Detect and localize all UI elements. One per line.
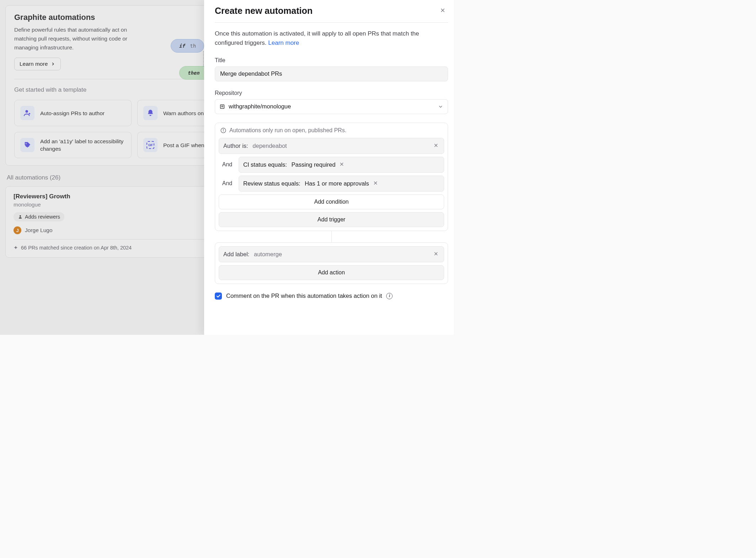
and-operator: And — [219, 176, 236, 192]
condition-ci-status[interactable]: CI status equals: Passing required — [239, 157, 444, 173]
chevron-right-icon — [50, 61, 55, 66]
gif-icon: GIF — [143, 138, 158, 152]
close-icon — [440, 7, 446, 14]
template-auto-assign[interactable]: Auto-assign PRs to author — [14, 100, 132, 126]
vertical-connector — [331, 231, 332, 242]
hero-learn-more-button[interactable]: Learn more — [14, 58, 61, 70]
info-icon[interactable]: i — [386, 293, 393, 299]
remove-condition-button[interactable] — [432, 142, 440, 150]
condition-review-status[interactable]: Review status equals: Has 1 or more appr… — [239, 176, 444, 192]
add-trigger-button[interactable]: Add trigger — [219, 212, 444, 227]
hero-subtitle: Define powerful rules that automatically… — [14, 26, 135, 52]
user-assign-icon — [20, 106, 34, 120]
and-operator: And — [219, 157, 236, 173]
checkbox-label: Comment on the PR when this automation t… — [226, 293, 382, 299]
condition-prefix: Review status equals: — [243, 180, 300, 187]
condition-value: Passing required — [292, 161, 336, 168]
repository-select[interactable]: withgraphite/monologue — [215, 99, 448, 114]
close-icon — [339, 161, 345, 167]
hero-learn-more-label: Learn more — [20, 61, 48, 67]
condition-prefix: Author is: — [223, 143, 248, 149]
avatar: J — [14, 226, 21, 234]
repo-icon — [219, 104, 225, 109]
condition-author[interactable]: Author is: dependeabot — [219, 138, 444, 154]
close-icon — [373, 180, 378, 186]
svg-point-9 — [223, 129, 223, 129]
triggers-box: Automations only run on open, published … — [215, 123, 448, 231]
info-icon — [220, 127, 227, 134]
repository-value: withgraphite/monologue — [229, 103, 291, 110]
learn-more-link[interactable]: Learn more — [268, 39, 299, 46]
condition-prefix: CI status equals: — [243, 161, 287, 168]
action-add-label[interactable]: Add label: automerge — [219, 246, 444, 262]
chevron-down-icon — [438, 104, 443, 109]
template-label: Auto-assign PRs to author — [40, 109, 105, 117]
connector-line — [203, 51, 204, 66]
check-icon — [216, 294, 221, 299]
add-condition-button[interactable]: Add condition — [219, 194, 444, 209]
close-icon — [433, 251, 439, 257]
remove-action-button[interactable] — [432, 250, 440, 258]
add-action-button[interactable]: Add action — [219, 265, 444, 280]
remove-condition-button[interactable] — [372, 179, 379, 188]
title-field-label: Title — [215, 57, 448, 64]
actions-box: Add label: automerge Add action — [215, 242, 448, 284]
action-value: automerge — [254, 251, 282, 258]
svg-point-2 — [26, 143, 27, 144]
action-prefix: Add label: — [223, 251, 249, 258]
svg-point-3 — [20, 215, 21, 217]
sparkle-icon: ✦ — [14, 245, 18, 251]
svg-point-0 — [26, 110, 28, 113]
create-automation-drawer: Create new automation Once this automati… — [204, 0, 454, 335]
if-pill-decoration: if th — [171, 39, 204, 53]
template-label: Add an 'a11y' label to accessibility cha… — [40, 138, 126, 153]
template-add-a11y-label[interactable]: Add an 'a11y' label to accessibility cha… — [14, 132, 132, 158]
condition-value: Has 1 or more approvals — [305, 180, 369, 187]
drawer-title: Create new automation — [215, 6, 313, 16]
remove-condition-button[interactable] — [338, 161, 345, 169]
comment-on-pr-checkbox[interactable] — [215, 293, 222, 300]
repository-field-label: Repository — [215, 90, 448, 96]
close-button[interactable] — [437, 5, 448, 17]
condition-value: dependeabot — [252, 143, 287, 149]
drawer-description: Once this automation is activated, it wi… — [215, 29, 448, 48]
automation-badge: Adds reviewers — [14, 212, 64, 221]
tag-icon — [20, 138, 34, 152]
title-input[interactable] — [215, 66, 448, 81]
rules-note: Automations only run on open, published … — [219, 127, 444, 134]
close-icon — [433, 143, 439, 148]
bell-icon — [143, 106, 158, 120]
user-icon — [18, 214, 23, 219]
